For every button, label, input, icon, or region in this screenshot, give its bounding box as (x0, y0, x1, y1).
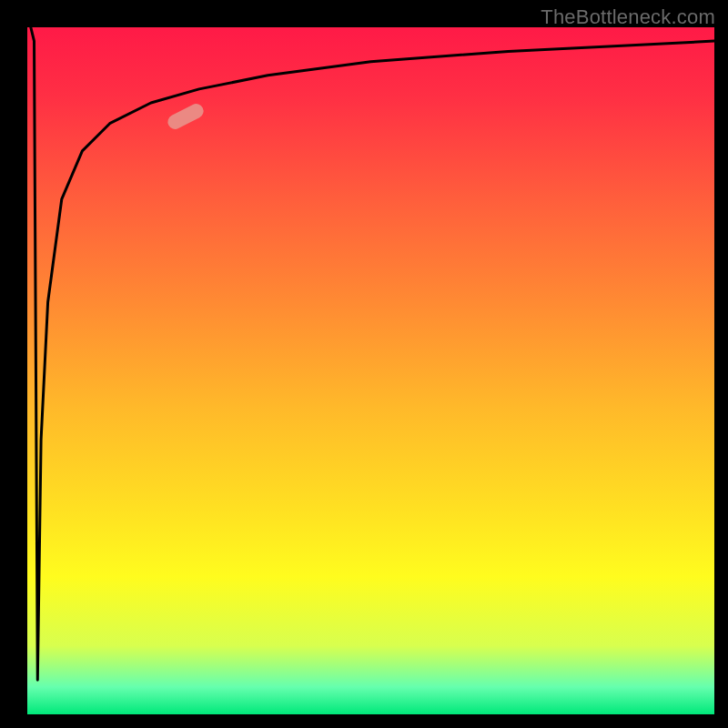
watermark-text: TheBottleneck.com (541, 5, 715, 29)
plot-area (27, 27, 714, 714)
